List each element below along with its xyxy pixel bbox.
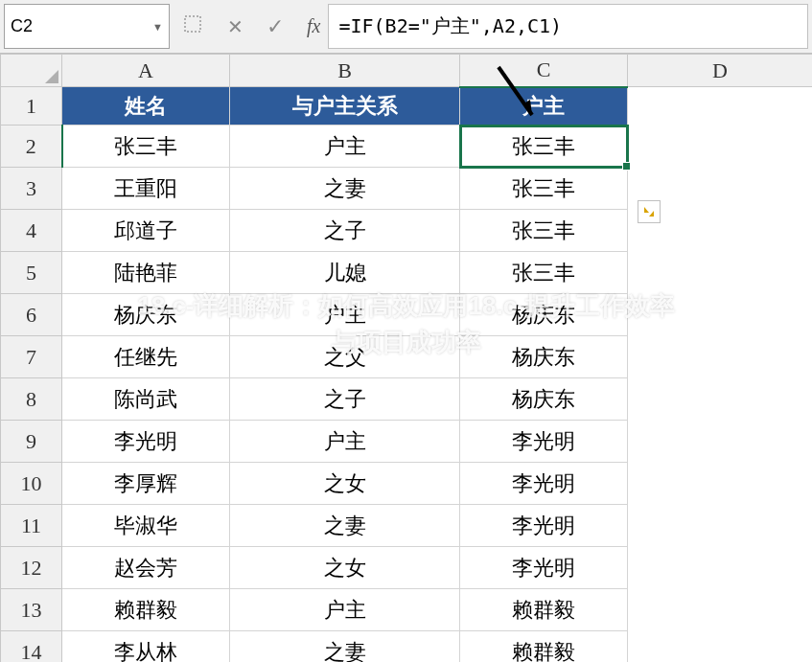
row-header-10[interactable]: 10 <box>1 463 62 505</box>
cell-b11[interactable]: 之妻 <box>230 505 460 547</box>
cell-c10[interactable]: 李光明 <box>460 463 628 505</box>
cell-b6[interactable]: 户主 <box>230 294 460 336</box>
cell-a11[interactable]: 毕淑华 <box>62 505 230 547</box>
cancel-icon[interactable]: ✕ <box>227 15 244 38</box>
dotted-box-icon[interactable] <box>181 15 204 37</box>
cell-b2[interactable]: 户主 <box>230 126 460 168</box>
row-header-12[interactable]: 12 <box>1 547 62 589</box>
cell-b13[interactable]: 户主 <box>230 589 460 631</box>
col-header-c[interactable]: C <box>460 55 628 87</box>
cell-d8[interactable] <box>628 378 813 421</box>
col-header-d[interactable]: D <box>628 55 813 87</box>
formula-bar-buttons: ✕ ✓ fx <box>174 0 328 53</box>
row-header-8[interactable]: 8 <box>1 378 62 421</box>
cell-a1[interactable]: 姓名 <box>62 87 230 126</box>
cell-d11[interactable] <box>628 505 813 547</box>
cell-d10[interactable] <box>628 463 813 505</box>
formula-text: =IF(B2="户主",A2,C1) <box>338 13 562 39</box>
cell-d1[interactable] <box>628 87 813 126</box>
fx-icon[interactable]: fx <box>307 15 320 37</box>
cell-d9[interactable] <box>628 421 813 463</box>
svg-rect-0 <box>185 16 200 32</box>
row-header-5[interactable]: 5 <box>1 252 62 294</box>
cell-d14[interactable] <box>628 631 813 663</box>
cell-b14[interactable]: 之妻 <box>230 631 460 663</box>
col-header-b[interactable]: B <box>230 55 460 87</box>
col-header-a[interactable]: A <box>62 55 230 87</box>
cell-b4[interactable]: 之子 <box>230 210 460 252</box>
cell-d5[interactable] <box>628 252 813 294</box>
row-header-6[interactable]: 6 <box>1 294 62 336</box>
cell-c4[interactable]: 张三丰 <box>460 210 628 252</box>
cell-d13[interactable] <box>628 589 813 631</box>
formula-input[interactable]: =IF(B2="户主",A2,C1) <box>328 4 808 49</box>
cell-a13[interactable]: 赖群毅 <box>62 589 230 631</box>
cell-b1[interactable]: 与户主关系 <box>230 87 460 126</box>
cell-b3[interactable]: 之妻 <box>230 168 460 210</box>
name-box-value: C2 <box>11 16 33 36</box>
row-header-11[interactable]: 11 <box>1 505 62 547</box>
select-all-corner[interactable] <box>1 55 62 87</box>
row-header-2[interactable]: 2 <box>1 126 62 168</box>
cell-d12[interactable] <box>628 547 813 589</box>
cell-c1[interactable]: 户主 <box>460 87 628 126</box>
cell-a5[interactable]: 陆艳菲 <box>62 252 230 294</box>
cell-c12[interactable]: 李光明 <box>460 547 628 589</box>
cell-b8[interactable]: 之子 <box>230 378 460 421</box>
cell-b12[interactable]: 之女 <box>230 547 460 589</box>
cell-c13[interactable]: 赖群毅 <box>460 589 628 631</box>
spreadsheet-grid: A B C D 1 姓名 与户主关系 户主 2 张三丰 户主 张三丰 3 王重阳… <box>0 54 812 662</box>
name-box-dropdown-icon[interactable]: ▼ <box>152 21 163 33</box>
cell-a4[interactable]: 邱道子 <box>62 210 230 252</box>
row-header-1[interactable]: 1 <box>1 87 62 126</box>
cell-c11[interactable]: 李光明 <box>460 505 628 547</box>
formula-bar: C2 ▼ ✕ ✓ fx =IF(B2="户主",A2,C1) <box>0 0 812 54</box>
cell-a9[interactable]: 李光明 <box>62 421 230 463</box>
cell-b5[interactable]: 儿媳 <box>230 252 460 294</box>
cell-a10[interactable]: 李厚辉 <box>62 463 230 505</box>
autofill-options-icon[interactable] <box>638 200 661 223</box>
cell-a14[interactable]: 李从林 <box>62 631 230 663</box>
row-header-13[interactable]: 13 <box>1 589 62 631</box>
cell-b7[interactable]: 之父 <box>230 336 460 378</box>
row-header-4[interactable]: 4 <box>1 210 62 252</box>
cell-c9[interactable]: 李光明 <box>460 421 628 463</box>
cell-a12[interactable]: 赵会芳 <box>62 547 230 589</box>
cell-c14[interactable]: 赖群毅 <box>460 631 628 663</box>
row-header-14[interactable]: 14 <box>1 631 62 663</box>
cell-a2[interactable]: 张三丰 <box>62 126 230 168</box>
cell-d2[interactable] <box>628 126 813 168</box>
name-box[interactable]: C2 ▼ <box>4 4 170 49</box>
cell-c2[interactable]: 张三丰 <box>460 126 628 168</box>
cell-a3[interactable]: 王重阳 <box>62 168 230 210</box>
cell-c6[interactable]: 杨庆东 <box>460 294 628 336</box>
cell-c8[interactable]: 杨庆东 <box>460 378 628 421</box>
cell-c7[interactable]: 杨庆东 <box>460 336 628 378</box>
row-header-3[interactable]: 3 <box>1 168 62 210</box>
cell-b9[interactable]: 户主 <box>230 421 460 463</box>
row-header-9[interactable]: 9 <box>1 421 62 463</box>
confirm-icon[interactable]: ✓ <box>267 14 284 39</box>
cell-a8[interactable]: 陈尚武 <box>62 378 230 421</box>
cell-c3[interactable]: 张三丰 <box>460 168 628 210</box>
cell-a7[interactable]: 任继先 <box>62 336 230 378</box>
cell-a6[interactable]: 杨庆东 <box>62 294 230 336</box>
cell-b10[interactable]: 之女 <box>230 463 460 505</box>
cell-d7[interactable] <box>628 336 813 378</box>
row-header-7[interactable]: 7 <box>1 336 62 378</box>
cell-c5[interactable]: 张三丰 <box>460 252 628 294</box>
cell-d6[interactable] <box>628 294 813 336</box>
